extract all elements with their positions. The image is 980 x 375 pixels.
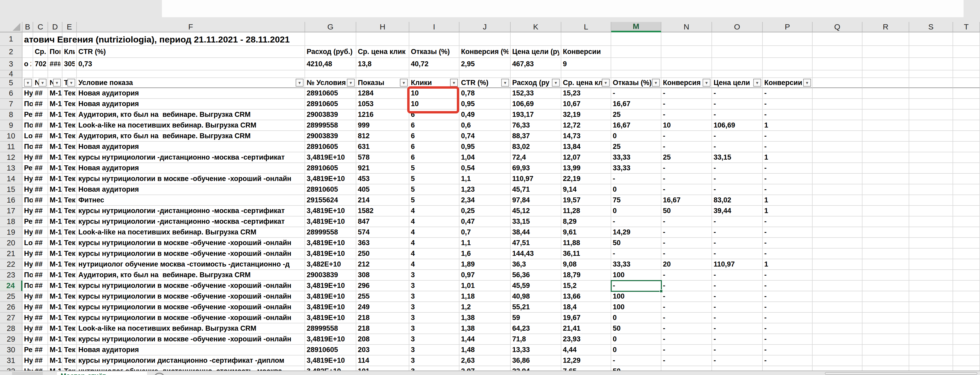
cell-T10[interactable] xyxy=(953,131,980,142)
cell-T4[interactable] xyxy=(953,70,980,78)
cell-D29[interactable]: М-1 xyxy=(48,334,62,345)
cell-B4[interactable] xyxy=(22,70,33,78)
cell-T28[interactable] xyxy=(953,323,980,334)
cell-T30[interactable] xyxy=(953,345,980,356)
filter-button-C[interactable]: ▼ xyxy=(39,79,46,87)
cell-D28[interactable]: М-1 xyxy=(48,323,62,334)
row-header-3[interactable]: 3 xyxy=(0,58,22,70)
cell-S8[interactable] xyxy=(909,109,953,120)
cell-O18[interactable]: - xyxy=(712,217,763,227)
cell-H6[interactable]: 1284 xyxy=(356,88,409,99)
filter-button-I[interactable]: ▼ xyxy=(450,79,458,87)
row-header-13[interactable]: 13 xyxy=(0,163,22,174)
cell-H14[interactable]: 453 xyxy=(356,174,409,184)
cell-R14[interactable] xyxy=(862,174,909,184)
cell-T15[interactable] xyxy=(953,184,980,195)
cell-B14[interactable]: Нут xyxy=(22,174,33,184)
cell-H10[interactable]: 812 xyxy=(356,131,409,142)
cell-C5[interactable]: №▼ xyxy=(33,78,48,88)
cell-E6[interactable]: Тек xyxy=(62,88,77,99)
cell-G12[interactable]: 3,4819E+10 xyxy=(305,152,356,163)
cell-M16[interactable]: 75 xyxy=(611,195,661,206)
cell-R19[interactable] xyxy=(862,227,909,238)
cell-Q19[interactable] xyxy=(813,227,862,238)
col-header-G[interactable]: G xyxy=(305,22,356,32)
cell-B30[interactable]: Рет xyxy=(22,345,33,356)
cell-P5[interactable]: Конверсии▼ xyxy=(763,78,813,88)
cell-Q30[interactable] xyxy=(813,345,862,356)
cell-J9[interactable]: 0,6 xyxy=(460,120,511,131)
cell-M23[interactable]: 100 xyxy=(611,270,661,281)
cell-J8[interactable]: 0,49 xyxy=(460,109,511,120)
cell-G28[interactable]: 28999558 xyxy=(305,323,356,334)
cell-O29[interactable]: - xyxy=(712,334,763,345)
cell-R28[interactable] xyxy=(862,323,909,334)
cell-L7[interactable]: 10,67 xyxy=(561,99,611,109)
cell-B10[interactable]: Loo xyxy=(22,131,33,142)
cell-H22[interactable]: 212 xyxy=(356,259,409,270)
cell-I13[interactable]: 5 xyxy=(409,163,460,174)
cell-I26[interactable]: 3 xyxy=(409,302,460,313)
cell-S23[interactable] xyxy=(909,270,953,281)
cell-S28[interactable] xyxy=(909,323,953,334)
cell-R25[interactable] xyxy=(862,291,909,302)
cell-J27[interactable]: 1,38 xyxy=(460,313,511,323)
cell-Q22[interactable] xyxy=(813,259,862,270)
cell-P9[interactable]: 1 xyxy=(763,120,813,131)
cell-J19[interactable]: 0,7 xyxy=(460,227,511,238)
cell-G22[interactable]: 3,482E+10 xyxy=(305,259,356,270)
cell-J21[interactable]: 1,6 xyxy=(460,248,511,259)
cell-M12[interactable]: 33,33 xyxy=(611,152,661,163)
cell-C28[interactable]: ## xyxy=(33,323,48,334)
cell-R4[interactable] xyxy=(862,70,909,78)
cell-J17[interactable]: 0,25 xyxy=(460,206,511,217)
cell-L23[interactable]: 18,79 xyxy=(561,270,611,281)
cell-K25[interactable]: 40,98 xyxy=(511,291,561,302)
row-header-1[interactable]: 1 xyxy=(0,32,22,46)
row-header-7[interactable]: 7 xyxy=(0,99,22,109)
cell-S31[interactable] xyxy=(909,356,953,366)
cell-E4[interactable] xyxy=(62,70,77,78)
cell-C4[interactable] xyxy=(33,70,48,78)
cell-M30[interactable]: 0 xyxy=(611,345,661,356)
cell-R1[interactable] xyxy=(862,32,909,46)
cell-G18[interactable]: 3,4819E+10 xyxy=(305,217,356,227)
cell-M19[interactable]: 14,29 xyxy=(611,227,661,238)
cell-D3[interactable]: ### xyxy=(48,58,62,70)
cell-R15[interactable] xyxy=(862,184,909,195)
cell-T23[interactable] xyxy=(953,270,980,281)
cell-O15[interactable]: - xyxy=(712,184,763,195)
cell-E15[interactable]: Тек xyxy=(62,184,77,195)
cell-H12[interactable]: 578 xyxy=(356,152,409,163)
cell-O30[interactable]: - xyxy=(712,345,763,356)
cell-P23[interactable]: - xyxy=(763,270,813,281)
cell-Q28[interactable] xyxy=(813,323,862,334)
cell-O7[interactable]: - xyxy=(712,99,763,109)
row-header-28[interactable]: 28 xyxy=(0,323,22,334)
cell-H26[interactable]: 249 xyxy=(356,302,409,313)
cell-C20[interactable]: ## xyxy=(33,238,48,248)
cell-O11[interactable]: - xyxy=(712,142,763,152)
cell-S10[interactable] xyxy=(909,131,953,142)
cell-S11[interactable] xyxy=(909,142,953,152)
cell-B31[interactable]: Нут xyxy=(22,356,33,366)
cell-M14[interactable]: - xyxy=(611,174,661,184)
row-header-9[interactable]: 9 xyxy=(0,120,22,131)
cell-S3[interactable] xyxy=(909,58,953,70)
cell-B18[interactable]: Рет xyxy=(22,217,33,227)
cell-G20[interactable]: 3,4819E+10 xyxy=(305,238,356,248)
cell-T11[interactable] xyxy=(953,142,980,152)
cell-N11[interactable]: - xyxy=(661,142,712,152)
cell-J29[interactable]: 1,44 xyxy=(460,334,511,345)
cell-Q10[interactable] xyxy=(813,131,862,142)
cell-M9[interactable]: 16,67 xyxy=(611,120,661,131)
cell-F5[interactable]: Условие показа▼ xyxy=(77,78,305,88)
cell-O12[interactable]: 33,15 xyxy=(712,152,763,163)
cell-B19[interactable]: Нут xyxy=(22,227,33,238)
cell-P15[interactable]: - xyxy=(763,184,813,195)
cell-O20[interactable]: - xyxy=(712,238,763,248)
cell-E27[interactable]: Тек xyxy=(62,313,77,323)
filter-button-G[interactable]: ▼ xyxy=(347,79,355,87)
filter-button-O[interactable]: ▼ xyxy=(753,79,761,87)
cell-T16[interactable] xyxy=(953,195,980,206)
